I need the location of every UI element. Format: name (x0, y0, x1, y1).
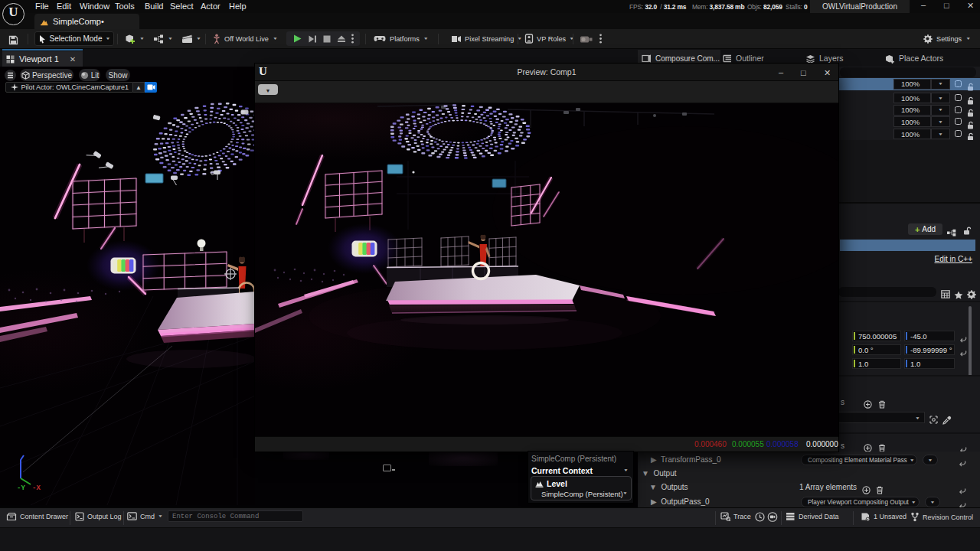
svg-text:-X: -X (32, 484, 41, 492)
svg-text:-Y: -Y (17, 484, 25, 492)
